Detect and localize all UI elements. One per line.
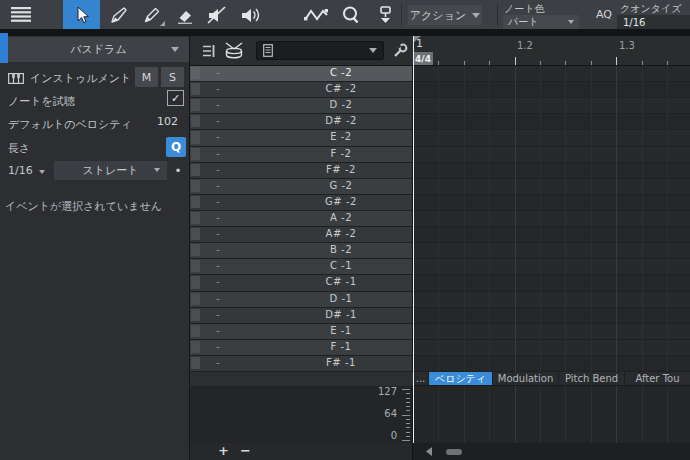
key-chip[interactable] xyxy=(191,131,200,143)
paint-tool-button[interactable] xyxy=(136,0,168,29)
key-chip[interactable] xyxy=(191,357,200,369)
key-name: C -1 xyxy=(280,260,402,271)
key-row[interactable]: -A -2 xyxy=(190,211,412,227)
quantize-value-field[interactable]: 1/16 xyxy=(617,15,690,29)
beat-label: 1.2 xyxy=(517,40,533,51)
mute-tool-button[interactable] xyxy=(201,0,233,29)
scale-tick xyxy=(406,427,410,428)
key-row[interactable]: -G# -2 xyxy=(190,195,412,211)
key-row[interactable]: -B -2 xyxy=(190,243,412,259)
key-row[interactable]: -D -2 xyxy=(190,98,412,114)
plus-icon: + xyxy=(218,443,229,458)
menu-button[interactable] xyxy=(6,0,36,29)
paint-variation-button[interactable] xyxy=(370,0,402,29)
mute-button[interactable]: M xyxy=(135,67,158,87)
arrow-icon xyxy=(72,5,92,25)
key-chip[interactable] xyxy=(191,293,200,305)
listen-icon xyxy=(239,5,261,25)
key-row[interactable]: -E -1 xyxy=(190,324,412,340)
key-chip[interactable] xyxy=(191,164,200,176)
key-chip[interactable] xyxy=(191,228,200,240)
horizontal-scrollbar[interactable] xyxy=(413,443,690,460)
key-note-indicator: - xyxy=(216,83,220,94)
pitch-list-dropdown[interactable] xyxy=(256,41,384,60)
key-row[interactable]: -E -2 xyxy=(190,130,412,146)
key-chip[interactable] xyxy=(191,309,200,321)
split-tool-button[interactable] xyxy=(103,0,135,29)
length-value-dropdown[interactable]: 1/16 xyxy=(8,164,45,177)
key-row[interactable]: -F -1 xyxy=(190,340,412,356)
audition-checkbox[interactable]: ✓ xyxy=(167,90,184,106)
key-row[interactable]: -F -2 xyxy=(190,147,412,163)
sixteenth-gridline xyxy=(464,66,465,372)
key-chip[interactable] xyxy=(191,212,200,224)
curve-tool-button[interactable] xyxy=(300,0,332,29)
key-row[interactable]: -C# -2 xyxy=(190,82,412,98)
key-name: D# -1 xyxy=(280,309,402,320)
key-row[interactable]: -D -1 xyxy=(190,292,412,308)
key-chip[interactable] xyxy=(191,341,200,353)
key-chip[interactable] xyxy=(191,99,200,111)
mute-button-label: M xyxy=(142,71,152,84)
key-note-indicator: - xyxy=(216,293,220,304)
scale-tick xyxy=(406,393,410,394)
key-chip[interactable] xyxy=(191,115,200,127)
track-list-icon[interactable] xyxy=(202,44,215,58)
tab-pitch-bend[interactable]: Pitch Bend xyxy=(559,372,625,386)
key-row[interactable]: -C -2 xyxy=(190,66,412,82)
key-chip[interactable] xyxy=(191,276,200,288)
macro-zoom-button[interactable] xyxy=(336,0,366,29)
track-name: バスドラム xyxy=(70,42,126,57)
default-velocity-label: デフォルトのベロシティ xyxy=(8,117,132,132)
key-chip[interactable] xyxy=(191,83,200,95)
timeline-ruler[interactable]: 1 4/4 1.2 1.3 xyxy=(413,36,690,66)
remove-lane-button[interactable]: − xyxy=(240,443,251,458)
default-velocity-value[interactable]: 102 xyxy=(139,115,186,131)
key-chip[interactable] xyxy=(191,148,200,160)
scrollbar-thumb[interactable] xyxy=(446,449,462,455)
key-chip[interactable] xyxy=(191,67,200,79)
key-chip[interactable] xyxy=(191,196,200,208)
quantize-q-button[interactable]: Q xyxy=(166,137,186,157)
eraser-tool-button[interactable] xyxy=(169,0,201,29)
tab-modulation[interactable]: Modulation xyxy=(493,372,559,386)
action-dropdown[interactable]: アクション xyxy=(408,5,482,25)
ruler-tick xyxy=(642,61,643,65)
key-chip[interactable] xyxy=(191,180,200,192)
solo-button[interactable]: S xyxy=(161,67,184,87)
key-chip[interactable] xyxy=(191,260,200,272)
key-row[interactable]: -G -2 xyxy=(190,179,412,195)
key-chip[interactable] xyxy=(191,325,200,337)
key-row[interactable]: -C# -1 xyxy=(190,275,412,291)
more-tabs-button[interactable]: ... xyxy=(413,372,429,386)
add-lane-button[interactable]: + xyxy=(218,443,229,458)
sixteenth-gridline xyxy=(565,386,566,443)
tab-velocity[interactable]: ベロシティ xyxy=(429,372,493,386)
key-chip[interactable] xyxy=(191,244,200,256)
listen-tool-button[interactable] xyxy=(233,0,267,29)
key-row[interactable]: -F# -2 xyxy=(190,163,412,179)
dotted-note-button[interactable]: • xyxy=(170,161,186,180)
key-row[interactable]: -A# -2 xyxy=(190,227,412,243)
key-row[interactable]: -F# -1 xyxy=(190,356,412,372)
arrow-tool-button[interactable] xyxy=(63,0,100,29)
key-row[interactable]: -D# -2 xyxy=(190,114,412,130)
velocity-lane[interactable] xyxy=(413,386,690,443)
scroll-left-icon[interactable] xyxy=(425,447,433,456)
key-name: F# -1 xyxy=(280,357,402,368)
note-color-dropdown[interactable]: パート xyxy=(503,15,579,29)
drum-icon[interactable] xyxy=(224,42,244,60)
sixteenth-gridline xyxy=(591,66,592,372)
groove-dropdown[interactable]: ストレート xyxy=(54,161,167,180)
track-selector-dropdown[interactable]: バスドラム xyxy=(8,37,189,62)
key-row[interactable]: -C -1 xyxy=(190,259,412,275)
key-name: F -1 xyxy=(280,341,402,352)
playhead xyxy=(413,36,414,443)
key-name: A -2 xyxy=(280,212,402,223)
tab-after-touch[interactable]: After Tou xyxy=(625,372,690,386)
mute-icon xyxy=(206,5,228,25)
wrench-icon[interactable] xyxy=(393,43,408,58)
key-note-indicator: - xyxy=(216,131,220,142)
key-row[interactable]: -D# -1 xyxy=(190,308,412,324)
note-grid[interactable] xyxy=(413,66,690,372)
